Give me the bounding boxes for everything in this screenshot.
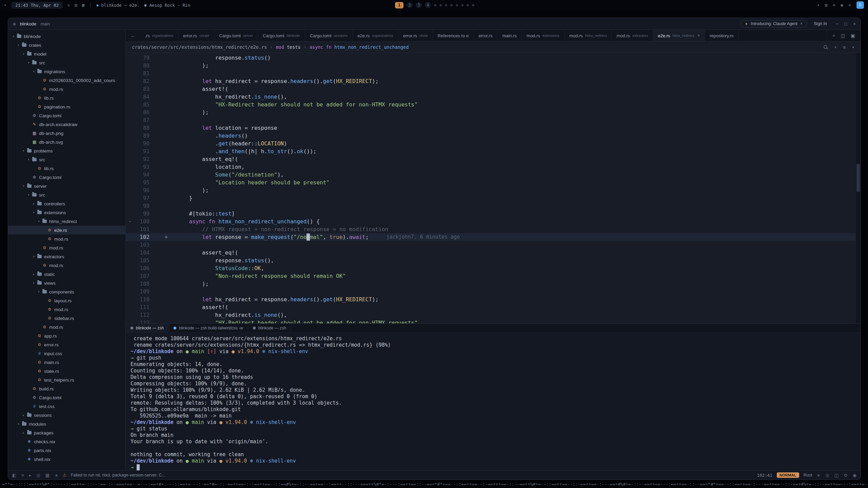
code-line-98[interactable]: 98 xyxy=(126,202,861,210)
code-line-85[interactable]: 85 "HX-Redirect header should not be add… xyxy=(126,101,861,108)
keyboard-layout-icon[interactable]: ⠿ xyxy=(856,1,864,9)
tab-error-rs[interactable]: error.rs xyxy=(474,30,497,41)
code-line-96[interactable]: 96 ); xyxy=(126,186,861,194)
tree-item-mod.rs[interactable]: ⚙mod.rs xyxy=(8,85,125,94)
code-line-112[interactable]: 112 hx_redirect.is_none(), xyxy=(126,311,861,319)
code-line-110[interactable]: 110 let hx_redirect = response.headers()… xyxy=(126,296,861,303)
tree-item-blinkode[interactable]: ▾blinkode xyxy=(8,32,125,41)
code-line-103[interactable]: 103 xyxy=(126,241,861,249)
code-line-87[interactable]: 87 xyxy=(126,116,861,124)
workspace-dot[interactable] xyxy=(472,4,474,6)
active-window-chip[interactable]: ● blinkode — e2e. xyxy=(96,3,139,8)
workspace-dot[interactable] xyxy=(461,4,463,6)
tree-item-extractors[interactable]: ▾extractors xyxy=(8,252,125,261)
split-pane-icon[interactable]: ◫ xyxy=(841,33,845,38)
code-line-111[interactable]: 111 assert!( xyxy=(126,303,861,311)
workspace-4[interactable]: 4 xyxy=(425,2,431,8)
workspace-3[interactable]: 3 xyxy=(416,2,422,8)
tree-item-src[interactable]: ▾src xyxy=(8,155,125,164)
panel-toggle-icon[interactable]: ▣ xyxy=(851,33,855,38)
collab-panel-icon[interactable]: ◎ xyxy=(36,473,40,478)
tab--rs[interactable]: .rsorganizations xyxy=(140,30,178,41)
tree-item-lib.rs[interactable]: ⚙lib.rs xyxy=(8,164,125,173)
chevron-down-icon[interactable]: ▾ xyxy=(11,35,16,38)
screenshot-icon[interactable]: ▤ xyxy=(75,3,77,7)
code-line-82[interactable]: 82 let hx_redirect = response.headers().… xyxy=(126,77,861,85)
code-line-92[interactable]: 92 assert_eq!( xyxy=(126,155,861,163)
workspace-dot[interactable] xyxy=(439,4,442,6)
tree-item-Cargo.toml[interactable]: ⚙Cargo.toml xyxy=(8,393,125,402)
tree-item-extensions[interactable]: ▾extensions xyxy=(8,208,125,217)
new-tab-icon[interactable]: + xyxy=(832,33,835,38)
tree-item-sidebar.rs[interactable]: ⚙sidebar.rs xyxy=(8,314,125,323)
tab-Cargo-toml[interactable]: Cargo.tomlblinkode xyxy=(258,30,305,41)
code-line-94[interactable]: 94 Some("/destination"), xyxy=(126,171,861,179)
chevron-down-icon[interactable]: ▾ xyxy=(26,193,31,197)
code-line-81[interactable]: 81 xyxy=(126,69,861,77)
chevron-right-icon[interactable]: ▸ xyxy=(21,431,26,434)
lsp-error-text[interactable]: Failed to run nil, nixd, package-version… xyxy=(71,473,165,477)
tree-item-checks.nix[interactable]: ❄checks.nix xyxy=(8,437,125,446)
chevron-down-icon[interactable]: ▾ xyxy=(36,290,41,293)
tree-item-m20260331_005002_add_cours[interactable]: ⚙m20260331_005002_add_cours xyxy=(8,76,125,85)
settings-icon[interactable]: ⚙ xyxy=(844,473,848,478)
search-icon[interactable] xyxy=(823,45,828,50)
tree-item-error.rs[interactable]: ⚙error.rs xyxy=(8,340,125,349)
tab-References-to-e[interactable]: References to e xyxy=(433,30,474,41)
clock[interactable]: 21:43 Thu, Apr 02 xyxy=(11,2,63,9)
titlebar[interactable]: ≡ blinkode main ∗ Introducing: Claude Ag… xyxy=(8,18,861,30)
display-icon[interactable]: ▤ xyxy=(825,3,827,7)
breadcrumb-path[interactable]: crates/server/src/extensions/htmx_redire… xyxy=(132,44,267,50)
terminal-output[interactable]: create mode 100644 crates/server/src/ext… xyxy=(126,333,861,470)
chevron-right-icon[interactable]: ▸ xyxy=(21,413,26,417)
breadcrumb-symbol[interactable]: mod tests xyxy=(276,44,300,50)
chevron-down-icon[interactable]: ▾ xyxy=(31,255,36,258)
tree-item-pagination.rs[interactable]: ⚙pagination.rs xyxy=(8,102,125,111)
tree-item-shell.nix[interactable]: ❄shell.nix xyxy=(8,455,125,464)
chevron-down-icon[interactable]: ▾ xyxy=(31,70,36,73)
tree-item-crates[interactable]: ▾crates xyxy=(8,41,125,49)
nav-back-icon[interactable]: ← xyxy=(131,33,135,38)
chevron-down-icon[interactable]: ▾ xyxy=(36,220,41,223)
menu-icon[interactable]: ≡ xyxy=(13,21,16,27)
workspace-dot[interactable] xyxy=(450,4,453,6)
code-line-90[interactable]: 90 .get(header::LOCATION) xyxy=(126,140,861,147)
chevron-down-icon[interactable]: ▾ xyxy=(16,422,21,426)
tree-item-server[interactable]: ▾server xyxy=(8,182,125,190)
code-line-101[interactable]: 101 // HTMX request + non-redirect respo… xyxy=(126,225,861,233)
terminal-tab-2[interactable]: blinkode — zsh build-tailwindcss -w xyxy=(169,324,248,332)
tree-item-test_helpers.rs[interactable]: ⚙test_helpers.rs xyxy=(8,375,125,384)
terminal-tab-1[interactable]: blinkode — zsh xyxy=(126,324,169,332)
tree-item-mod.rs[interactable]: ⚙mod.rs xyxy=(8,323,125,331)
chevron-down-icon[interactable]: ▾ xyxy=(21,184,26,188)
tab-Cargo-toml[interactable]: Cargo.tomlsessions xyxy=(305,30,353,41)
network-icon[interactable]: ≋ xyxy=(833,3,835,7)
tree-item-mod.rs[interactable]: ⚙mod.rs xyxy=(8,305,125,314)
branch-name[interactable]: main xyxy=(40,21,50,26)
promo-close-icon[interactable]: × xyxy=(800,21,803,26)
chevron-down-icon[interactable]: ▾ xyxy=(21,149,26,152)
tree-item-packages[interactable]: ▸packages xyxy=(8,428,125,437)
assistant-icon[interactable]: ∗ xyxy=(55,473,58,478)
code-line-83[interactable]: 83 assert!( xyxy=(126,85,861,93)
tree-item-modules[interactable]: ▾modules xyxy=(8,420,125,428)
code-line-102[interactable]: 102+ let response = make_request("/norma… xyxy=(126,233,861,241)
code-line-99[interactable]: 99 #[tokio::test] xyxy=(126,210,861,218)
tree-item-Cargo.toml[interactable]: ⚙Cargo.toml xyxy=(8,173,125,182)
code-line-107[interactable]: 107 "Non-redirect response should remain… xyxy=(126,272,861,280)
code-line-79[interactable]: 79 response.status() xyxy=(126,54,861,62)
terminal-tab-3[interactable]: blinkode — zsh xyxy=(248,324,291,332)
tree-item-problems[interactable]: ▾problems xyxy=(8,146,125,155)
code-editor[interactable]: 79 response.status()80 );81 82 let hx_re… xyxy=(126,53,861,323)
launcher-icon[interactable]: ∗ xyxy=(4,3,6,7)
tree-item-db-arch.excalidraw[interactable]: ✎db-arch.excalidraw xyxy=(8,120,125,129)
tree-item-mod.rs[interactable]: ⚙mod.rs xyxy=(8,235,125,243)
tree-item-components[interactable]: ▾components xyxy=(8,287,125,296)
code-line-109[interactable]: 109 xyxy=(126,288,861,296)
tree-item-test.css[interactable]: #test.css xyxy=(8,402,125,411)
code-line-86[interactable]: 86 ); xyxy=(126,108,861,116)
workspace-active[interactable]: 1 xyxy=(395,2,403,8)
tree-item-controllers[interactable]: ▸controllers xyxy=(8,199,125,208)
tree-item-htmx_redirect[interactable]: ▾htmx_redirect xyxy=(8,217,125,226)
tree-item-lib.rs[interactable]: ⚙lib.rs xyxy=(8,94,125,102)
